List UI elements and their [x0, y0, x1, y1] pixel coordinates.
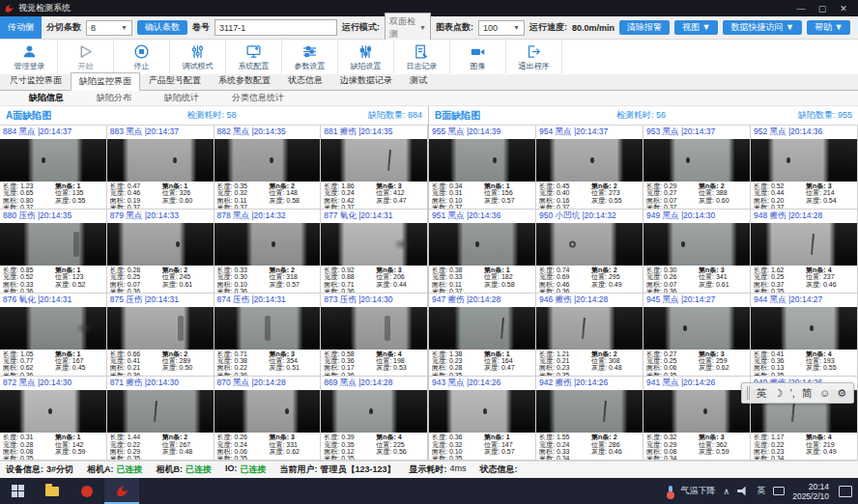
action-debug-sliders-button[interactable]: 调试模式 — [170, 41, 226, 73]
close-button[interactable]: ✕ — [833, 4, 854, 14]
action-stop-button[interactable]: 停止 — [114, 41, 170, 73]
defect-cell-872[interactable]: 872 黑点 |20:14:30长度: 0.31宽度: 0.28面积: 0.08… — [0, 377, 107, 461]
action-log-record-button[interactable]: 日志记录 — [394, 41, 450, 73]
action-params-sliders-button[interactable]: 参数设置 — [282, 41, 338, 73]
tab-main-6[interactable]: 边缘数据记录 — [331, 71, 401, 90]
action-play-button[interactable]: 开始 — [58, 41, 114, 73]
action-camera-button[interactable]: 图像 — [450, 41, 506, 73]
tab-main-3[interactable]: 产品型号配置 — [140, 71, 210, 90]
defect-cell-942[interactable]: 942 擦伤 |20:14:26长度: 1.55宽度: 0.24面积: 0.33… — [536, 377, 644, 461]
inspection-app-icon[interactable] — [104, 478, 139, 504]
defect-cell-870[interactable]: 870 黑点 |20:14:28长度: 0.26宽度: 0.24面积: 0.06… — [214, 377, 322, 461]
tab-sub-4[interactable]: 分类信息统计 — [216, 91, 300, 105]
info-line: 位置: 135 — [55, 189, 103, 196]
defect-cell-880[interactable]: 880 压伤 |20:14:35长度: 0.85宽度: 0.52面积: 0.33… — [0, 210, 107, 294]
status-segment: 设备信息:3#分切 — [6, 463, 73, 476]
defect-cell-header: 873 压伤 |20:14:30 — [321, 294, 427, 307]
status-segment: 相机A:已连接 — [87, 463, 143, 476]
defect-cell-882[interactable]: 882 黑点 |20:14:35长度: 0.35宽度: 0.32面积: 0.11… — [214, 126, 322, 210]
defect-cell-941[interactable]: 941 黑点 |20:14:26长度: 0.32宽度: 0.29面积: 0.08… — [644, 377, 751, 461]
file-explorer-icon[interactable] — [35, 478, 70, 504]
confirm-count-button[interactable]: 确认条数 — [137, 20, 187, 35]
ime-moon-icon[interactable]: ☽ — [774, 388, 784, 399]
data-quick-access-menu-button[interactable]: 数据快捷访问 ▼ — [723, 20, 801, 35]
view-menu-button[interactable]: 视图 ▼ — [674, 20, 718, 35]
info-line: 长度: 1.86 — [324, 182, 376, 189]
action-exit-button[interactable]: 退出程序 — [506, 41, 562, 73]
drive-side-button[interactable]: 传动侧 — [0, 16, 42, 39]
ime-simplified-icon[interactable]: 简 — [802, 388, 813, 399]
ime-punctuation-icon[interactable]: ’, — [789, 388, 795, 399]
defect-cell-884[interactable]: 884 黑点 |20:14:37长度: 1.23宽度: 0.65面积: 0.80… — [0, 126, 107, 210]
defect-cell-873[interactable]: 873 压伤 |20:14:30长度: 0.58宽度: 0.36面积: 0.17… — [321, 294, 428, 378]
ime-settings-icon[interactable]: ⚙ — [837, 388, 846, 399]
defect-cell-871[interactable]: 871 擦伤 |20:14:30长度: 1.44宽度: 0.22面积: 0.29… — [107, 377, 214, 461]
defect-cell-952[interactable]: 952 黑点 |20:14:36长度: 0.52宽度: 0.44面积: 0.20… — [751, 126, 858, 210]
ime-drag-handle[interactable] — [747, 386, 750, 400]
defect-cell-874[interactable]: 874 压伤 |20:14:31长度: 0.71宽度: 0.38面积: 0.22… — [214, 294, 322, 378]
defect-info: 长度: 0.39宽度: 0.35面积: 0.12米数: 0.35第n条: 4位置… — [321, 433, 427, 460]
defect-cell-875[interactable]: 875 压伤 |20:14:31长度: 0.66宽度: 0.41面积: 0.21… — [107, 294, 214, 378]
action-defect-sliders-button[interactable]: 缺陷设置 — [338, 41, 394, 73]
info-line: 长度: 1.21 — [539, 350, 591, 357]
roll-number-input[interactable] — [214, 19, 337, 36]
info-line: 灰度: 0.55 — [806, 364, 854, 371]
info-line: 面积: 0.08 — [3, 448, 55, 455]
ime-emoji-icon[interactable]: ☺ — [819, 388, 830, 399]
tab-main-4[interactable]: 系统参数配置 — [210, 71, 279, 90]
defect-cell-955[interactable]: 955 黑点 |20:14:39长度: 0.34宽度: 0.31面积: 0.10… — [429, 126, 536, 210]
tab-sub-2[interactable]: 缺陷分布 — [81, 91, 147, 105]
slit-count-select[interactable]: 8▼ — [86, 20, 132, 36]
run-mode-select[interactable]: 双面检测▼ — [385, 13, 431, 43]
defect-cell-953[interactable]: 953 黑点 |20:14:37长度: 0.29宽度: 0.27面积: 0.07… — [644, 126, 751, 210]
tab-main-5[interactable]: 状态信息 — [279, 71, 331, 90]
defect-cell-869[interactable]: 869 黑点 |20:14:28长度: 0.39宽度: 0.35面积: 0.12… — [321, 377, 428, 461]
info-line: 长度: 0.29 — [646, 182, 699, 189]
minimize-button[interactable]: — — [790, 4, 812, 14]
defect-cell-947[interactable]: 947 擦伤 |20:14:28长度: 1.38宽度: 0.23面积: 0.28… — [429, 294, 536, 378]
defect-cell-948[interactable]: 948 擦伤 |20:14:28长度: 1.62宽度: 0.25面积: 0.37… — [751, 210, 858, 294]
action-system-monitor-button[interactable]: 系统配置 — [226, 41, 282, 73]
weather-text[interactable]: 气温下降 — [681, 485, 716, 497]
action-user-login-button[interactable]: 管理登录 — [2, 41, 58, 73]
defect-cell-950[interactable]: 950 小凹坑 |20:14:32长度: 0.74宽度: 0.69面积: 0.4… — [536, 210, 644, 294]
info-line: 位置: 286 — [591, 441, 640, 448]
start-button[interactable] — [0, 478, 35, 504]
defect-cell-951[interactable]: 951 黑点 |20:14:36长度: 0.38宽度: 0.33面积: 0.11… — [429, 210, 536, 294]
info-line: 长度: 0.34 — [432, 182, 484, 189]
tab-main-2[interactable]: 缺陷监控界面 — [71, 72, 140, 91]
defect-cell-881[interactable]: 881 擦伤 |20:14:35长度: 1.86宽度: 0.24面积: 0.42… — [321, 126, 428, 210]
tab-sub-1[interactable]: 缺陷信息 — [14, 91, 79, 105]
tab-main-1[interactable]: 尺寸监控界面 — [1, 71, 71, 90]
tray-expand-icon[interactable]: ∧ — [724, 487, 730, 496]
defect-cell-954[interactable]: 954 黑点 |20:14:37长度: 0.45宽度: 0.40面积: 0.16… — [536, 126, 644, 210]
defect-cell-879[interactable]: 879 黑点 |20:14:33长度: 0.28宽度: 0.25面积: 0.07… — [107, 210, 214, 294]
taskbar-app-icon[interactable] — [70, 478, 104, 504]
defect-cell-876[interactable]: 876 氧化 |20:14:31长度: 1.05宽度: 0.77面积: 0.62… — [0, 294, 107, 378]
maximize-button[interactable]: ▢ — [812, 4, 833, 14]
tab-main-7[interactable]: 测试 — [401, 71, 436, 90]
defect-cell-946[interactable]: 946 擦伤 |20:14:28长度: 1.21宽度: 0.21面积: 0.23… — [536, 294, 644, 378]
defect-cell-878[interactable]: 878 黑点 |20:14:32长度: 0.33宽度: 0.30面积: 0.10… — [214, 210, 322, 294]
status-value: 已连接 — [186, 463, 212, 476]
volume-icon[interactable] — [737, 487, 749, 496]
keyboard-icon[interactable] — [773, 487, 785, 495]
clear-alarm-button[interactable]: 清除报警 — [619, 20, 670, 35]
action-center-icon[interactable] — [839, 486, 852, 497]
taskbar-clock[interactable]: 20:14 2025/2/10 — [792, 482, 829, 501]
defect-cell-944[interactable]: 944 黑点 |20:14:27长度: 0.41宽度: 0.36面积: 0.13… — [751, 294, 858, 378]
defect-cell-943[interactable]: 943 黑点 |20:14:26长度: 0.36宽度: 0.32面积: 0.10… — [429, 377, 536, 461]
defect-cell-949[interactable]: 949 黑点 |20:14:30长度: 0.30宽度: 0.26面积: 0.07… — [644, 210, 751, 294]
help-menu-button[interactable]: 帮助 ▼ — [807, 20, 850, 35]
info-line: 宽度: 0.21 — [539, 357, 591, 364]
defect-cell-883[interactable]: 883 黑点 |20:14:37长度: 0.47宽度: 0.46面积: 0.19… — [107, 126, 214, 210]
tab-sub-3[interactable]: 缺陷统计 — [149, 91, 214, 105]
defect-cell-877[interactable]: 877 氧化 |20:14:31长度: 0.92宽度: 0.88面积: 0.71… — [321, 210, 428, 294]
run-mode-value: 双面检测 — [389, 15, 415, 41]
ime-mode-chinese-english[interactable]: 英 — [757, 388, 767, 399]
info-line: 宽度: 0.22 — [754, 441, 806, 448]
defect-cell-945[interactable]: 945 黑点 |20:14:27长度: 0.27宽度: 0.25面积: 0.06… — [644, 294, 751, 378]
ime-indicator[interactable]: 英 — [757, 485, 765, 497]
info-line: 宽度: 0.36 — [754, 357, 806, 364]
chart-points-select[interactable]: 100▼ — [478, 20, 525, 36]
